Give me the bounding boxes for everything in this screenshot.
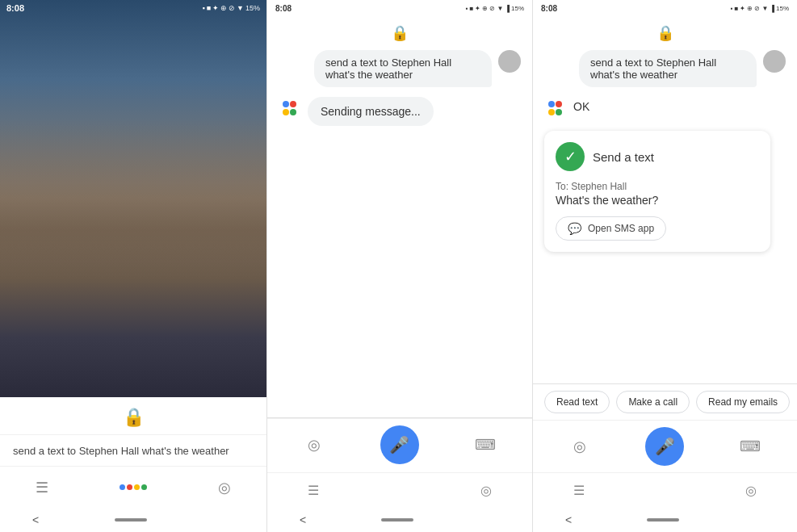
lock-row-3: 🔒: [544, 24, 786, 42]
status-icons-2: ▪ ■ ✦ ⊕ ⊘ ▼ ▐ 15%: [466, 5, 524, 12]
sms-card-header: ✓ Send a text: [556, 142, 759, 171]
status-bar-1: 8:08 ▪ ■ ✦ ⊕ ⊘ ▼ 15%: [0, 0, 266, 16]
chip-make-call[interactable]: Make a call: [616, 391, 690, 413]
sms-message: What's the weather?: [556, 194, 759, 207]
mic-button-2[interactable]: 🎤: [380, 425, 419, 464]
scan-btn-2[interactable]: ◎: [299, 429, 329, 460]
sending-bubble: Sending message...: [308, 97, 434, 126]
camera-icon: ▪: [202, 4, 204, 12]
bat-icon-2: ▐: [505, 5, 510, 12]
clouds: [0, 119, 266, 279]
assistant-logo-2: [279, 97, 301, 119]
user-bubble-2: send a text to Stephen Hall what's the w…: [314, 50, 492, 87]
location-icon: ⊕: [220, 4, 227, 12]
scan-icon-3: ◎: [573, 438, 586, 455]
sms-card: ✓ Send a text To: Stephen Hall What's th…: [544, 131, 770, 252]
sms-to: To: Stephen Hall: [556, 181, 759, 192]
bat-pct-3: 15%: [776, 5, 789, 12]
lock-icon-1: 🔒: [123, 407, 145, 428]
assistant-content-3: 🔒 send a text to Stephen Hall what's the…: [533, 16, 797, 383]
user-avatar-2: [498, 50, 521, 73]
ad3-red: [556, 101, 562, 107]
mute-icon: ⊘: [229, 4, 235, 12]
status-bar-2: 8:08 ▪ ■ ✦ ⊕ ⊘ ▼ ▐ 15%: [267, 0, 532, 16]
ad3-green: [556, 109, 562, 115]
battery-1: 15%: [245, 4, 260, 12]
mute-icon-2: ⊘: [489, 5, 495, 12]
bottom-toolbar-2: ☰ ◎: [267, 472, 532, 508]
wifi-icon: ▼: [237, 4, 244, 12]
wallpaper: [0, 0, 266, 397]
chip-read-text[interactable]: Read text: [544, 391, 610, 413]
time-3: 8:08: [541, 4, 557, 13]
keyboard-btn-3[interactable]: ⌨: [735, 431, 766, 462]
nav-bar-2: <: [267, 508, 532, 532]
cam-icon-3: ▪: [731, 5, 733, 12]
assistant-panel-3: 8:08 ▪ ■ ✦ ⊕ ⊘ ▼ ▐ 15% 🔒 send a text to …: [533, 0, 797, 532]
dot-blue-1: [120, 484, 125, 490]
suggestion-chips: Read text Make a call Read my emails: [533, 384, 797, 420]
sms-open-icon: 💬: [568, 222, 581, 235]
status-bar-3: 8:08 ▪ ■ ✦ ⊕ ⊘ ▼ ▐ 15%: [533, 0, 797, 16]
compass-icon-2[interactable]: ◎: [480, 483, 492, 498]
ad-green: [290, 109, 296, 115]
keyboard-icon-3: ⌨: [740, 438, 761, 455]
ad-yellow: [283, 109, 289, 115]
dot-yellow-1: [134, 484, 140, 490]
menu-icon-3[interactable]: ☰: [573, 483, 585, 498]
google-logo-1[interactable]: [120, 484, 147, 490]
assistant-content-2: 🔒 send a text to Stephen Hall what's the…: [267, 16, 532, 417]
chip-read-emails[interactable]: Read my emails: [696, 391, 790, 413]
back-button-2[interactable]: <: [300, 513, 306, 526]
status-icons-1: ▪ ■ ✦ ⊕ ⊘ ▼ 15%: [202, 4, 260, 12]
compass-icon-1[interactable]: ◎: [218, 479, 231, 496]
ok-text: OK: [573, 97, 589, 113]
home-indicator-2[interactable]: [381, 518, 413, 522]
mic-area-3: ◎ 🎤 ⌨: [533, 420, 797, 472]
assistant-logo-3: [544, 97, 567, 119]
voice-input-bar-1: send a text to Stephen Hall what's the w…: [0, 434, 266, 466]
home-indicator-3[interactable]: [647, 518, 679, 522]
nav-bar-3: <: [533, 508, 797, 532]
keyboard-btn-2[interactable]: ⌨: [470, 429, 501, 460]
user-bubble-row-3: send a text to Stephen Hall what's the w…: [544, 50, 786, 87]
lock-icon-3: 🔒: [656, 24, 674, 42]
menu-icon-1[interactable]: ☰: [36, 479, 48, 496]
mic-button-3[interactable]: 🎤: [645, 427, 684, 466]
scan-btn-3[interactable]: ◎: [564, 431, 595, 462]
panel-1: 8:08 ▪ ■ ✦ ⊕ ⊘ ▼ 15% 🔒 send a text to St…: [0, 0, 266, 532]
voice-input-text-1: send a text to Stephen Hall what's the w…: [13, 445, 229, 457]
user-bubble-3: send a text to Stephen Hall what's the w…: [579, 50, 757, 87]
scan-icon-2: ◎: [308, 436, 321, 454]
assistant-panel-2: 8:08 ▪ ■ ✦ ⊕ ⊘ ▼ ▐ 15% 🔒 send a text to …: [267, 0, 532, 532]
panel-2: 8:08 ▪ ■ ✦ ⊕ ⊘ ▼ ▐ 15% 🔒 send a text to …: [266, 0, 532, 532]
vid-icon-3: ■: [735, 5, 739, 12]
lock-area-1: 🔒: [0, 397, 266, 434]
nav-bar-1: <: [0, 508, 266, 532]
dot-red-1: [127, 484, 132, 490]
compass-icon-3[interactable]: ◎: [745, 483, 757, 498]
keyboard-icon-2: ⌨: [475, 436, 496, 454]
ad-blue: [283, 101, 289, 107]
mute-icon-3: ⊘: [754, 5, 760, 12]
bat-icon-3: ▐: [770, 5, 774, 12]
back-button-1[interactable]: <: [32, 513, 39, 526]
ad3-blue: [548, 101, 555, 107]
bt-icon-3: ✦: [740, 5, 745, 12]
panel-3: 8:08 ▪ ■ ✦ ⊕ ⊘ ▼ ▐ 15% 🔒 send a text to …: [532, 0, 797, 532]
bt-icon-2: ✦: [475, 5, 480, 12]
menu-icon-2[interactable]: ☰: [308, 483, 319, 498]
back-button-3[interactable]: <: [565, 513, 572, 526]
bluetooth-icon: ✦: [212, 4, 219, 12]
open-sms-button[interactable]: 💬 Open SMS app: [556, 216, 666, 241]
bottom-toolbar-1: ☰ ◎: [0, 466, 266, 508]
ad-red: [290, 101, 296, 107]
bat-pct-2: 15%: [511, 5, 524, 12]
ad3-yellow: [548, 109, 555, 115]
mic-icon-3: 🎤: [655, 437, 675, 456]
mic-area-2: ◎ 🎤 ⌨: [267, 418, 532, 471]
open-sms-label: Open SMS app: [588, 223, 654, 234]
loc-icon-2: ⊕: [482, 5, 488, 12]
wifi-icon-3: ▼: [761, 5, 768, 12]
home-indicator-1[interactable]: [115, 518, 147, 522]
